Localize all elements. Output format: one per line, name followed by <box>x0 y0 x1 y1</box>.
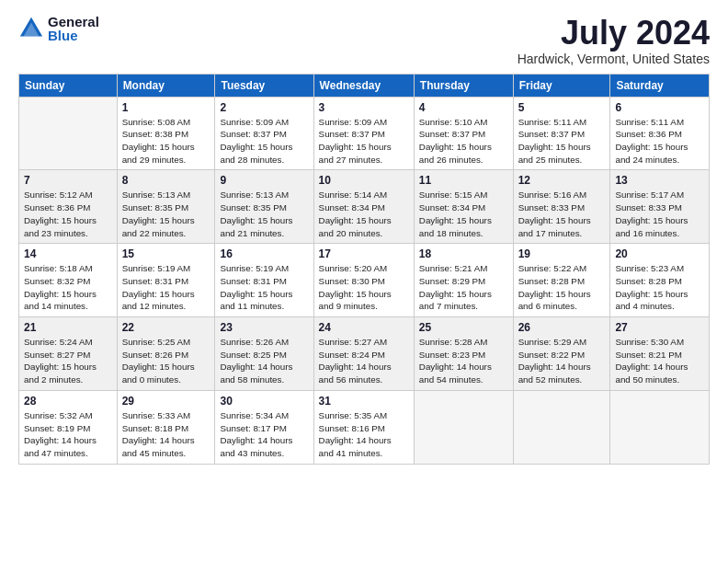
calendar-header-row: Sunday Monday Tuesday Wednesday Thursday… <box>19 74 710 97</box>
day-info: Sunrise: 5:17 AMSunset: 8:33 PMDaylight:… <box>615 189 704 239</box>
logo: General Blue <box>18 15 99 42</box>
table-row: 15Sunrise: 5:19 AMSunset: 8:31 PMDayligh… <box>117 244 215 317</box>
table-row: 12Sunrise: 5:16 AMSunset: 8:33 PMDayligh… <box>513 170 610 244</box>
day-info: Sunrise: 5:12 AMSunset: 8:36 PMDaylight:… <box>24 189 112 239</box>
day-number: 20 <box>615 247 704 260</box>
table-row: 18Sunrise: 5:21 AMSunset: 8:29 PMDayligh… <box>414 244 513 317</box>
day-info: Sunrise: 5:29 AMSunset: 8:22 PMDaylight:… <box>518 336 606 386</box>
day-info: Sunrise: 5:15 AMSunset: 8:34 PMDaylight:… <box>419 189 508 239</box>
day-info: Sunrise: 5:09 AMSunset: 8:37 PMDaylight:… <box>319 116 409 167</box>
month-title: July 2024 <box>518 15 710 52</box>
day-number: 24 <box>319 321 409 334</box>
calendar-table: Sunday Monday Tuesday Wednesday Thursday… <box>18 74 710 465</box>
day-number: 4 <box>419 101 508 114</box>
day-number: 3 <box>319 101 409 114</box>
table-row: 25Sunrise: 5:28 AMSunset: 8:23 PMDayligh… <box>414 317 513 391</box>
table-row: 21Sunrise: 5:24 AMSunset: 8:27 PMDayligh… <box>19 317 118 391</box>
day-number: 16 <box>220 247 308 260</box>
table-row: 5Sunrise: 5:11 AMSunset: 8:37 PMDaylight… <box>513 97 610 170</box>
table-row: 14Sunrise: 5:18 AMSunset: 8:32 PMDayligh… <box>19 244 118 317</box>
day-number: 30 <box>220 395 308 408</box>
day-number: 9 <box>220 174 308 187</box>
day-info: Sunrise: 5:19 AMSunset: 8:31 PMDaylight:… <box>220 262 308 313</box>
day-info: Sunrise: 5:19 AMSunset: 8:31 PMDaylight:… <box>122 262 210 313</box>
table-row: 11Sunrise: 5:15 AMSunset: 8:34 PMDayligh… <box>414 170 513 244</box>
table-row: 30Sunrise: 5:34 AMSunset: 8:17 PMDayligh… <box>215 390 313 464</box>
header-sunday: Sunday <box>19 74 118 97</box>
header-thursday: Thursday <box>414 74 513 97</box>
table-row: 26Sunrise: 5:29 AMSunset: 8:22 PMDayligh… <box>513 317 610 391</box>
header-wednesday: Wednesday <box>313 74 414 97</box>
day-number: 1 <box>122 101 210 114</box>
header-saturday: Saturday <box>610 74 710 97</box>
day-info: Sunrise: 5:08 AMSunset: 8:38 PMDaylight:… <box>122 116 210 167</box>
table-row: 3Sunrise: 5:09 AMSunset: 8:37 PMDaylight… <box>313 97 414 170</box>
calendar-week-row: 28Sunrise: 5:32 AMSunset: 8:19 PMDayligh… <box>19 390 710 464</box>
table-row: 13Sunrise: 5:17 AMSunset: 8:33 PMDayligh… <box>610 170 710 244</box>
day-info: Sunrise: 5:22 AMSunset: 8:28 PMDaylight:… <box>518 262 606 313</box>
day-info: Sunrise: 5:35 AMSunset: 8:16 PMDaylight:… <box>319 409 409 460</box>
day-info: Sunrise: 5:21 AMSunset: 8:29 PMDaylight:… <box>419 262 508 313</box>
header-monday: Monday <box>117 74 215 97</box>
day-number: 10 <box>319 174 409 187</box>
day-number: 21 <box>24 321 112 334</box>
day-number: 5 <box>518 101 606 114</box>
table-row: 19Sunrise: 5:22 AMSunset: 8:28 PMDayligh… <box>513 244 610 317</box>
day-number: 12 <box>518 174 606 187</box>
day-number: 11 <box>419 174 508 187</box>
day-number: 17 <box>319 247 409 260</box>
calendar-week-row: 1Sunrise: 5:08 AMSunset: 8:38 PMDaylight… <box>19 97 710 170</box>
calendar-week-row: 14Sunrise: 5:18 AMSunset: 8:32 PMDayligh… <box>19 244 710 317</box>
table-row: 28Sunrise: 5:32 AMSunset: 8:19 PMDayligh… <box>19 390 118 464</box>
day-number: 8 <box>122 174 210 187</box>
table-row: 1Sunrise: 5:08 AMSunset: 8:38 PMDaylight… <box>117 97 215 170</box>
table-row: 10Sunrise: 5:14 AMSunset: 8:34 PMDayligh… <box>313 170 414 244</box>
table-row: 24Sunrise: 5:27 AMSunset: 8:24 PMDayligh… <box>313 317 414 391</box>
day-number: 26 <box>518 321 606 334</box>
day-number: 2 <box>220 101 308 114</box>
day-info: Sunrise: 5:23 AMSunset: 8:28 PMDaylight:… <box>615 262 704 313</box>
day-number: 22 <box>122 321 210 334</box>
table-row: 31Sunrise: 5:35 AMSunset: 8:16 PMDayligh… <box>313 390 414 464</box>
table-row <box>610 390 710 464</box>
table-row: 22Sunrise: 5:25 AMSunset: 8:26 PMDayligh… <box>117 317 215 391</box>
day-info: Sunrise: 5:26 AMSunset: 8:25 PMDaylight:… <box>220 336 308 386</box>
day-info: Sunrise: 5:09 AMSunset: 8:37 PMDaylight:… <box>220 116 308 167</box>
calendar-week-row: 21Sunrise: 5:24 AMSunset: 8:27 PMDayligh… <box>19 317 710 391</box>
table-row <box>414 390 513 464</box>
logo-icon <box>18 16 44 41</box>
day-info: Sunrise: 5:28 AMSunset: 8:23 PMDaylight:… <box>419 336 508 386</box>
day-info: Sunrise: 5:11 AMSunset: 8:36 PMDaylight:… <box>615 116 704 167</box>
day-info: Sunrise: 5:30 AMSunset: 8:21 PMDaylight:… <box>615 336 704 386</box>
table-row: 7Sunrise: 5:12 AMSunset: 8:36 PMDaylight… <box>19 170 118 244</box>
day-info: Sunrise: 5:16 AMSunset: 8:33 PMDaylight:… <box>518 189 606 239</box>
table-row <box>19 97 118 170</box>
title-block: July 2024 Hardwick, Vermont, United Stat… <box>518 15 710 66</box>
table-row: 29Sunrise: 5:33 AMSunset: 8:18 PMDayligh… <box>117 390 215 464</box>
day-number: 14 <box>24 247 112 260</box>
table-row: 8Sunrise: 5:13 AMSunset: 8:35 PMDaylight… <box>117 170 215 244</box>
table-row: 6Sunrise: 5:11 AMSunset: 8:36 PMDaylight… <box>610 97 710 170</box>
day-number: 15 <box>122 247 210 260</box>
table-row: 2Sunrise: 5:09 AMSunset: 8:37 PMDaylight… <box>215 97 313 170</box>
day-info: Sunrise: 5:24 AMSunset: 8:27 PMDaylight:… <box>24 336 112 386</box>
day-number: 23 <box>220 321 308 334</box>
logo-text: General Blue <box>48 15 99 42</box>
day-info: Sunrise: 5:25 AMSunset: 8:26 PMDaylight:… <box>122 336 210 386</box>
day-number: 31 <box>319 395 409 408</box>
day-number: 13 <box>615 174 704 187</box>
header-tuesday: Tuesday <box>215 74 313 97</box>
day-info: Sunrise: 5:33 AMSunset: 8:18 PMDaylight:… <box>122 409 210 460</box>
table-row: 17Sunrise: 5:20 AMSunset: 8:30 PMDayligh… <box>313 244 414 317</box>
day-number: 28 <box>24 395 112 408</box>
day-info: Sunrise: 5:34 AMSunset: 8:17 PMDaylight:… <box>220 409 308 460</box>
header: General Blue July 2024 Hardwick, Vermont… <box>18 15 710 66</box>
day-info: Sunrise: 5:27 AMSunset: 8:24 PMDaylight:… <box>319 336 409 386</box>
table-row: 9Sunrise: 5:13 AMSunset: 8:35 PMDaylight… <box>215 170 313 244</box>
location: Hardwick, Vermont, United States <box>518 52 710 66</box>
table-row: 16Sunrise: 5:19 AMSunset: 8:31 PMDayligh… <box>215 244 313 317</box>
day-info: Sunrise: 5:13 AMSunset: 8:35 PMDaylight:… <box>220 189 308 239</box>
logo-blue-text: Blue <box>48 29 99 42</box>
table-row: 4Sunrise: 5:10 AMSunset: 8:37 PMDaylight… <box>414 97 513 170</box>
header-friday: Friday <box>513 74 610 97</box>
